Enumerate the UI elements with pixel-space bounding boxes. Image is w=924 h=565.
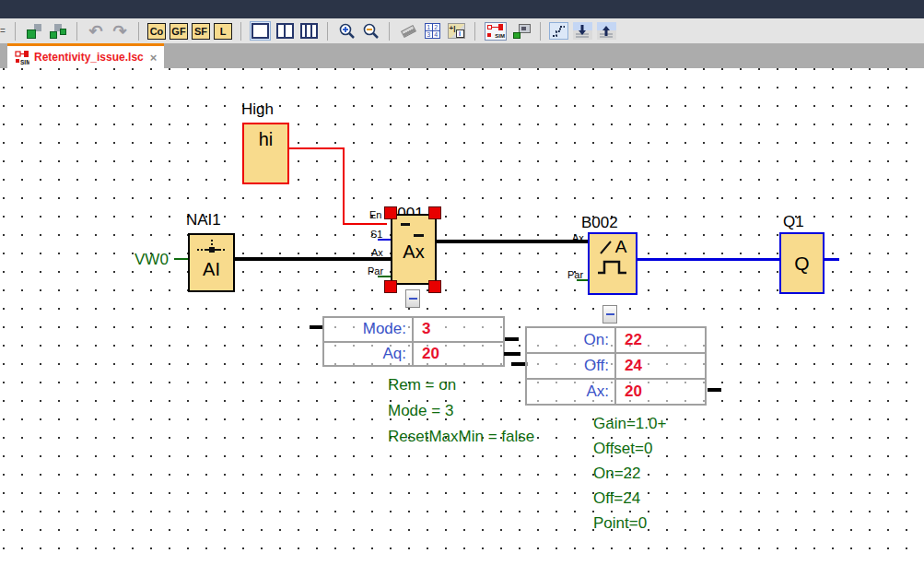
eraser-button[interactable]	[398, 21, 418, 41]
selection-handle[interactable]	[428, 280, 441, 293]
document-tab-bar: SIM Retentivity_issue.lsc ×	[0, 43, 924, 68]
toolbar-separator	[474, 22, 475, 41]
param-connector-tick	[505, 337, 519, 341]
high-block-label: High	[241, 100, 274, 119]
convert-icon: +| I	[448, 23, 465, 39]
signal-trace-button[interactable]	[549, 22, 568, 40]
b002-block-label: B002	[581, 214, 618, 232]
q1-block-text: Q	[794, 253, 809, 275]
schematic-canvas[interactable]: High hi NAI1 VW0 AI B001 En S1 Ax Par	[0, 68, 924, 565]
b001-collapse-params-button[interactable]	[405, 289, 420, 308]
wire-q1-stub[interactable]	[823, 258, 839, 261]
download-icon	[573, 22, 592, 40]
signal-trace-icon	[551, 24, 567, 38]
param-label: Off:	[527, 354, 616, 378]
high-block-text: hi	[244, 129, 287, 150]
param-label: On:	[527, 328, 616, 352]
wire-vw0-stub[interactable]	[174, 258, 188, 260]
param-row: Mode: 3	[324, 318, 503, 341]
convert-button[interactable]: +| I	[446, 21, 466, 41]
high-constant-block[interactable]: hi	[242, 123, 289, 184]
minus-icon	[606, 313, 614, 315]
b001-note: ResetMaxMin = false	[388, 428, 534, 446]
selection-handle[interactable]	[384, 206, 397, 219]
toolbar-separator	[540, 22, 541, 41]
split-three-icon	[300, 23, 318, 39]
b001-param-box[interactable]: Mode: 3 Aq: 20	[322, 316, 505, 367]
b001-pin-ax-label: Ax	[371, 247, 383, 258]
param-row: Off: 24	[527, 352, 705, 378]
wire-high-to-en[interactable]	[343, 223, 387, 225]
b001-pin-par-stub	[378, 276, 391, 277]
param-row: On: 22	[527, 328, 705, 352]
selection-handle[interactable]	[428, 206, 441, 219]
param-connector-tick	[708, 388, 721, 392]
simulation-icon: SIM	[485, 22, 507, 41]
zoom-out-button[interactable]	[360, 21, 380, 41]
b002-block[interactable]: A	[588, 232, 637, 295]
wire-high-h[interactable]	[288, 147, 345, 149]
analog-input-icon	[194, 239, 229, 255]
download-button[interactable]	[572, 21, 592, 41]
tab-close-icon[interactable]: ×	[150, 51, 158, 65]
split-three-windows-button[interactable]	[298, 21, 319, 41]
send-to-back-button[interactable]	[48, 21, 68, 41]
param-label: Mode:	[324, 318, 414, 341]
online-test-button[interactable]	[511, 21, 532, 41]
zoom-in-button[interactable]	[336, 21, 357, 41]
bring-to-front-button[interactable]	[24, 21, 44, 41]
b002-param-box[interactable]: On: 22 Off: 24 Ax: 20	[525, 326, 707, 406]
undo-icon: ↶	[88, 23, 102, 40]
param-value: 20	[414, 343, 503, 366]
param-value: 3	[414, 318, 503, 341]
eraser-icon	[401, 24, 416, 37]
zoom-in-icon	[338, 22, 356, 40]
wire-high-v[interactable]	[343, 147, 345, 225]
nai1-source-label: VW0	[135, 251, 169, 269]
b002-icon-letter: A	[615, 237, 627, 257]
b002-collapse-params-button[interactable]	[602, 305, 617, 324]
single-window-button[interactable]	[250, 21, 271, 41]
b001-block[interactable]: Ax	[391, 214, 437, 285]
nai1-block-label: NAI1	[186, 211, 221, 230]
b001-note: Mode = 3	[388, 402, 453, 420]
threshold-slash-icon	[599, 239, 613, 256]
wire-b002-to-q1[interactable]	[636, 258, 779, 261]
tab-title: Retentivity_issue.lsc	[34, 51, 144, 64]
page-layout-button[interactable]: 12 34	[422, 21, 442, 41]
toolbar-separator	[76, 22, 77, 41]
constants-button[interactable]: Co	[147, 23, 166, 40]
wire-b001-to-b002[interactable]	[437, 240, 588, 243]
simulation-button[interactable]: SIM	[484, 21, 508, 41]
wire-nai1-to-b001[interactable]	[234, 257, 391, 261]
toolbar-separator	[138, 22, 139, 41]
selection-handle[interactable]	[384, 280, 397, 293]
nai1-block[interactable]: AI	[188, 233, 235, 292]
upload-icon	[597, 22, 616, 40]
b001-block-text: Ax	[392, 241, 435, 263]
upload-button[interactable]	[596, 21, 616, 41]
tab-retentivity-issue[interactable]: SIM Retentivity_issue.lsc ×	[7, 43, 164, 68]
undo-button[interactable]: ↶	[86, 21, 106, 41]
b001-pin-en-label: En	[369, 209, 381, 220]
basic-functions-button[interactable]: GF	[170, 23, 188, 40]
param-value: 24	[616, 354, 705, 378]
b002-note: Point=0	[593, 514, 647, 533]
param-label: Aq:	[324, 343, 414, 366]
logic-button[interactable]: L	[214, 23, 232, 40]
b001-note: Rem = on	[388, 376, 456, 394]
toolbar-separator	[389, 22, 390, 41]
b002-note: Gain=1.0+	[593, 415, 666, 433]
toolbar-separator	[327, 22, 328, 41]
bring-to-front-icon	[25, 22, 43, 41]
svg-text:SIM: SIM	[20, 59, 29, 65]
split-two-windows-button[interactable]	[275, 21, 295, 41]
special-functions-button[interactable]: SF	[192, 23, 210, 40]
redo-button[interactable]: ↷	[110, 21, 130, 41]
b001-pin-s1-stub	[378, 239, 391, 241]
pulse-icon	[596, 259, 629, 276]
toolbar-separator	[15, 22, 16, 41]
param-value: 20	[616, 380, 705, 404]
q1-block[interactable]: Q	[779, 232, 825, 294]
app-window: = ↶ ↷ Co GF SF L	[0, 0, 924, 565]
